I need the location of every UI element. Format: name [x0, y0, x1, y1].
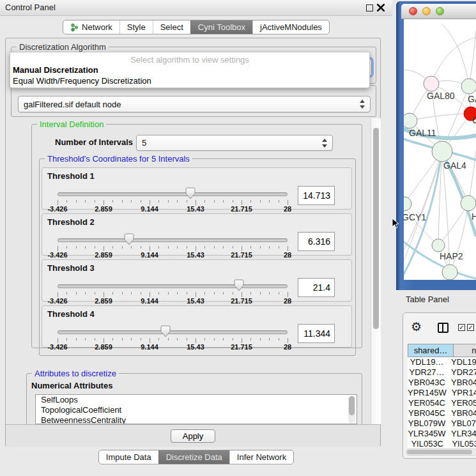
table-row[interactable]: YPR145WYPR145W: [408, 388, 476, 398]
tick: [187, 200, 187, 203]
tick: [260, 200, 261, 203]
hscrollbar-thumb[interactable]: [407, 450, 472, 454]
attribute-item[interactable]: BetweennessCentrality: [36, 415, 357, 424]
settings-scrollbar[interactable]: [371, 118, 381, 424]
tab-impute-data[interactable]: Impute Data: [99, 450, 158, 464]
columns-icon[interactable]: [438, 323, 449, 333]
checkbox-icon-2[interactable]: ✓: [467, 324, 474, 331]
tick: [112, 338, 113, 341]
cell-name[interactable]: YDL19…: [446, 357, 476, 367]
table-row[interactable]: YBR043CYBR043C: [408, 378, 476, 388]
node-hap2[interactable]: [432, 239, 445, 252]
tick: [196, 246, 196, 251]
tab-discretize-data[interactable]: Discretize Data: [158, 450, 229, 464]
tab-network-label: Network: [82, 20, 112, 34]
table-panel-titlebar: Table Panel: [392, 291, 476, 308]
minimize-traffic-light[interactable]: [422, 7, 431, 15]
cell-shared-name[interactable]: YDR27…: [408, 367, 446, 378]
threshold-value-field[interactable]: 14.713: [298, 186, 335, 205]
tick: [187, 338, 187, 341]
cell-name[interactable]: YBL079W: [446, 418, 476, 429]
cell-shared-name[interactable]: YBR045C: [408, 408, 446, 418]
dropdown-option-equal-width[interactable]: Equal Width/Frequency Discretization: [13, 76, 151, 86]
table-row[interactable]: YER054CYER054C: [408, 398, 476, 408]
slider-track[interactable]: [58, 284, 288, 288]
tab-select[interactable]: Select: [153, 20, 190, 34]
slider-handle[interactable]: [234, 279, 244, 291]
cell-name[interactable]: YPR145W: [447, 388, 476, 398]
node-left[interactable]: [404, 113, 417, 128]
slider-handle[interactable]: [185, 187, 196, 199]
dropdown-option-manual[interactable]: Manual Discretization: [13, 65, 98, 75]
cell-name[interactable]: YLR345W: [446, 429, 476, 439]
table-data-combobox[interactable]: galFiltered.sif default node: [18, 96, 371, 112]
slider-track[interactable]: [58, 192, 288, 196]
table-row[interactable]: YDR27…YDR27…: [408, 367, 476, 378]
num-intervals-combobox[interactable]: 5: [136, 135, 333, 151]
tick: [260, 338, 261, 341]
column-header-shared[interactable]: shared…: [408, 344, 454, 357]
tick: [233, 200, 233, 203]
close-traffic-light[interactable]: [409, 7, 417, 15]
slider-handle[interactable]: [124, 233, 134, 245]
attributes-scrollbar[interactable]: [348, 396, 355, 424]
cell-name[interactable]: YBR043C: [446, 378, 476, 388]
close-icon[interactable]: [377, 4, 385, 12]
cell-name[interactable]: YBR045C: [446, 408, 476, 418]
network-canvas[interactable]: GAL80 GA GAL11 C GAL4 GCY1 H HAP2: [404, 19, 476, 280]
thresholds-group-label: Threshold's Coordinates for 5 Intervals: [45, 154, 192, 164]
tick: [150, 338, 150, 343]
checkbox-icon-1[interactable]: ✓: [458, 324, 465, 331]
attribute-item[interactable]: SelfLoops: [36, 395, 357, 405]
table-row[interactable]: YIL053CYIL053C: [408, 439, 476, 449]
table-row[interactable]: YBL079WYBL079W: [408, 418, 476, 429]
table-row[interactable]: YLR345WYLR345W: [408, 429, 476, 439]
attribute-item[interactable]: TopologicalCoefficient: [36, 405, 357, 415]
tick: [279, 246, 279, 249]
float-window-icon[interactable]: [366, 4, 373, 12]
tab-style[interactable]: Style: [119, 20, 153, 34]
node-gcy1[interactable]: [404, 197, 411, 211]
tick: [104, 292, 104, 297]
zoom-traffic-light[interactable]: [436, 7, 444, 15]
cell-shared-name[interactable]: YPR145W: [408, 388, 447, 398]
node-gal80[interactable]: [424, 76, 439, 91]
cell-shared-name[interactable]: YBR043C: [408, 378, 446, 388]
tick: [158, 292, 159, 295]
tab-network[interactable]: Network: [63, 20, 119, 34]
tick: [168, 246, 169, 249]
cell-name[interactable]: YIL053C: [447, 439, 476, 449]
cell-shared-name[interactable]: YBL079W: [408, 418, 446, 429]
numerical-attributes-list[interactable]: SelfLoopsTopologicalCoefficientBetweenne…: [35, 394, 357, 424]
column-header-name[interactable]: name: [454, 344, 476, 357]
cell-shared-name[interactable]: YIL053C: [408, 439, 447, 449]
cell-shared-name[interactable]: YER054C: [408, 398, 446, 408]
tab-jactivemnodules[interactable]: jActiveMNodules: [252, 20, 329, 34]
node-top-right[interactable]: [461, 79, 476, 94]
cell-shared-name[interactable]: YDL19…: [408, 357, 446, 367]
threshold-value-field[interactable]: 6.316: [298, 232, 335, 251]
node-right[interactable]: [461, 196, 476, 211]
cell-shared-name[interactable]: YLR345W: [408, 429, 446, 439]
apply-button[interactable]: Apply: [171, 429, 216, 443]
table-row[interactable]: YDL19…YDL19…: [408, 357, 476, 367]
tick: [158, 338, 159, 341]
threshold-value-field[interactable]: 21.4: [298, 278, 335, 297]
tab-cyni-toolbox[interactable]: Cyni Toolbox: [190, 20, 252, 34]
cell-name[interactable]: YER054C: [446, 398, 476, 408]
tick-label: -3.426: [38, 297, 77, 305]
tick-label: -3.426: [38, 251, 77, 259]
gear-icon[interactable]: ⚙: [411, 321, 422, 333]
cell-name[interactable]: YDR27…: [446, 367, 476, 378]
slider-track[interactable]: [58, 238, 288, 242]
control-panel-titlebar: Control Panel: [0, 0, 392, 16]
threshold-value-field[interactable]: 11.344: [298, 324, 335, 343]
node-gal4[interactable]: [432, 141, 452, 162]
slider-handle[interactable]: [160, 325, 171, 337]
table-row[interactable]: YBR045CYBR045C: [408, 408, 476, 418]
slider-track[interactable]: [58, 330, 288, 334]
tab-infer-network[interactable]: Infer Network: [229, 450, 293, 464]
scrollbar-thumb[interactable]: [373, 128, 379, 329]
node-bottom[interactable]: [442, 265, 457, 280]
table-hscrollbar[interactable]: [406, 449, 476, 456]
